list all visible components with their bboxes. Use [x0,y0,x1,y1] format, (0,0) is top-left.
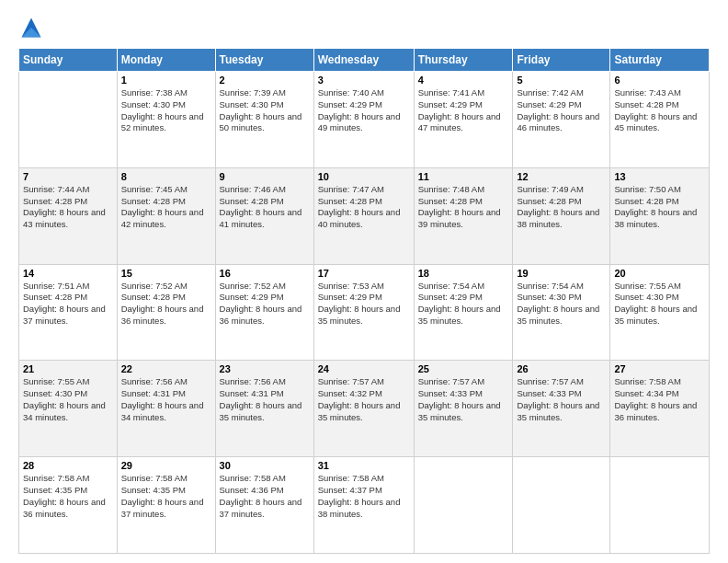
day-number: 28 [23,460,113,471]
day-info: Sunrise: 7:47 AMSunset: 4:28 PMDaylight:… [318,184,410,231]
day-info: Sunrise: 7:40 AMSunset: 4:29 PMDaylight:… [318,87,410,134]
day-number: 24 [318,363,410,374]
weekday-header-wednesday: Wednesday [313,49,414,72]
day-info: Sunrise: 7:42 AMSunset: 4:29 PMDaylight:… [517,87,606,134]
calendar-cell: 22Sunrise: 7:56 AMSunset: 4:31 PMDayligh… [117,361,215,457]
calendar-week-2: 7Sunrise: 7:44 AMSunset: 4:28 PMDaylight… [19,167,710,264]
day-info: Sunrise: 7:58 AMSunset: 4:36 PMDaylight:… [220,473,310,520]
calendar-cell: 16Sunrise: 7:52 AMSunset: 4:29 PMDayligh… [215,264,313,361]
day-number: 29 [121,460,211,471]
day-number: 22 [121,363,211,374]
logo [18,15,48,40]
calendar-cell: 14Sunrise: 7:51 AMSunset: 4:28 PMDayligh… [19,264,118,361]
day-info: Sunrise: 7:46 AMSunset: 4:28 PMDaylight:… [220,184,310,231]
day-number: 5 [517,75,606,86]
calendar-cell: 11Sunrise: 7:48 AMSunset: 4:28 PMDayligh… [414,167,513,264]
day-info: Sunrise: 7:58 AMSunset: 4:37 PMDaylight:… [318,473,410,520]
calendar-cell [513,457,610,554]
day-info: Sunrise: 7:58 AMSunset: 4:35 PMDaylight:… [23,473,113,520]
day-info: Sunrise: 7:53 AMSunset: 4:29 PMDaylight:… [318,281,410,327]
day-info: Sunrise: 7:57 AMSunset: 4:32 PMDaylight:… [318,376,410,423]
calendar-cell [610,457,710,554]
day-number: 7 [23,171,113,182]
weekday-header-row: SundayMondayTuesdayWednesdayThursdayFrid… [19,49,710,72]
weekday-header-sunday: Sunday [19,49,118,72]
day-number: 27 [614,363,705,374]
calendar-cell: 31Sunrise: 7:58 AMSunset: 4:37 PMDayligh… [313,457,414,554]
calendar-cell: 26Sunrise: 7:57 AMSunset: 4:33 PMDayligh… [513,361,610,457]
calendar-cell: 19Sunrise: 7:54 AMSunset: 4:30 PMDayligh… [513,264,610,361]
day-number: 11 [418,171,509,182]
calendar-cell: 13Sunrise: 7:50 AMSunset: 4:28 PMDayligh… [610,167,710,264]
day-number: 20 [614,268,705,279]
day-info: Sunrise: 7:52 AMSunset: 4:28 PMDaylight:… [121,281,211,327]
calendar-cell: 24Sunrise: 7:57 AMSunset: 4:32 PMDayligh… [313,361,414,457]
calendar-cell: 27Sunrise: 7:58 AMSunset: 4:34 PMDayligh… [610,361,710,457]
day-info: Sunrise: 7:57 AMSunset: 4:33 PMDaylight:… [418,376,509,423]
calendar-cell: 15Sunrise: 7:52 AMSunset: 4:28 PMDayligh… [117,264,215,361]
day-info: Sunrise: 7:52 AMSunset: 4:29 PMDaylight:… [220,281,310,327]
day-number: 1 [121,75,211,86]
day-number: 17 [318,268,410,279]
day-number: 8 [121,171,211,182]
day-number: 3 [318,75,410,86]
day-number: 13 [614,171,705,182]
day-number: 19 [517,268,606,279]
calendar-cell: 25Sunrise: 7:57 AMSunset: 4:33 PMDayligh… [414,361,513,457]
logo-icon [18,15,44,40]
day-info: Sunrise: 7:43 AMSunset: 4:28 PMDaylight:… [614,87,705,134]
day-number: 21 [23,363,113,374]
day-info: Sunrise: 7:39 AMSunset: 4:30 PMDaylight:… [220,87,310,134]
day-info: Sunrise: 7:56 AMSunset: 4:31 PMDaylight:… [121,376,211,423]
day-number: 14 [23,268,113,279]
calendar-cell [414,457,513,554]
calendar-cell: 4Sunrise: 7:41 AMSunset: 4:29 PMDaylight… [414,72,513,168]
calendar-week-5: 28Sunrise: 7:58 AMSunset: 4:35 PMDayligh… [19,457,710,554]
day-number: 18 [418,268,509,279]
day-info: Sunrise: 7:48 AMSunset: 4:28 PMDaylight:… [418,184,509,231]
calendar-table: SundayMondayTuesdayWednesdayThursdayFrid… [18,48,710,554]
day-number: 9 [220,171,310,182]
calendar-cell: 1Sunrise: 7:38 AMSunset: 4:30 PMDaylight… [117,72,215,168]
day-number: 6 [614,75,705,86]
day-number: 16 [220,268,310,279]
day-number: 23 [220,363,310,374]
day-info: Sunrise: 7:55 AMSunset: 4:30 PMDaylight:… [614,281,705,327]
day-number: 25 [418,363,509,374]
day-number: 15 [121,268,211,279]
calendar-cell: 30Sunrise: 7:58 AMSunset: 4:36 PMDayligh… [215,457,313,554]
day-info: Sunrise: 7:56 AMSunset: 4:31 PMDaylight:… [220,376,310,423]
calendar-cell: 18Sunrise: 7:54 AMSunset: 4:29 PMDayligh… [414,264,513,361]
calendar-cell: 17Sunrise: 7:53 AMSunset: 4:29 PMDayligh… [313,264,414,361]
calendar-cell: 29Sunrise: 7:58 AMSunset: 4:35 PMDayligh… [117,457,215,554]
day-info: Sunrise: 7:49 AMSunset: 4:28 PMDaylight:… [517,184,606,231]
calendar-cell: 23Sunrise: 7:56 AMSunset: 4:31 PMDayligh… [215,361,313,457]
weekday-header-monday: Monday [117,49,215,72]
day-info: Sunrise: 7:55 AMSunset: 4:30 PMDaylight:… [23,376,113,423]
day-info: Sunrise: 7:38 AMSunset: 4:30 PMDaylight:… [121,87,211,134]
calendar-cell: 6Sunrise: 7:43 AMSunset: 4:28 PMDaylight… [610,72,710,168]
calendar-cell: 7Sunrise: 7:44 AMSunset: 4:28 PMDaylight… [19,167,118,264]
calendar-cell: 20Sunrise: 7:55 AMSunset: 4:30 PMDayligh… [610,264,710,361]
day-info: Sunrise: 7:58 AMSunset: 4:34 PMDaylight:… [614,376,705,423]
calendar-week-1: 1Sunrise: 7:38 AMSunset: 4:30 PMDaylight… [19,72,710,168]
day-info: Sunrise: 7:51 AMSunset: 4:28 PMDaylight:… [23,281,113,327]
weekday-header-tuesday: Tuesday [215,49,313,72]
weekday-header-thursday: Thursday [414,49,513,72]
day-info: Sunrise: 7:57 AMSunset: 4:33 PMDaylight:… [517,376,606,423]
calendar-cell: 9Sunrise: 7:46 AMSunset: 4:28 PMDaylight… [215,167,313,264]
calendar-cell: 3Sunrise: 7:40 AMSunset: 4:29 PMDaylight… [313,72,414,168]
calendar-week-4: 21Sunrise: 7:55 AMSunset: 4:30 PMDayligh… [19,361,710,457]
day-number: 2 [220,75,310,86]
day-number: 4 [418,75,509,86]
calendar-cell: 28Sunrise: 7:58 AMSunset: 4:35 PMDayligh… [19,457,118,554]
weekday-header-saturday: Saturday [610,49,710,72]
calendar-cell [19,72,118,168]
calendar-week-3: 14Sunrise: 7:51 AMSunset: 4:28 PMDayligh… [19,264,710,361]
calendar-cell: 5Sunrise: 7:42 AMSunset: 4:29 PMDaylight… [513,72,610,168]
day-number: 12 [517,171,606,182]
day-info: Sunrise: 7:58 AMSunset: 4:35 PMDaylight:… [121,473,211,520]
day-number: 26 [517,363,606,374]
page: SundayMondayTuesdayWednesdayThursdayFrid… [0,0,728,563]
calendar-cell: 2Sunrise: 7:39 AMSunset: 4:30 PMDaylight… [215,72,313,168]
